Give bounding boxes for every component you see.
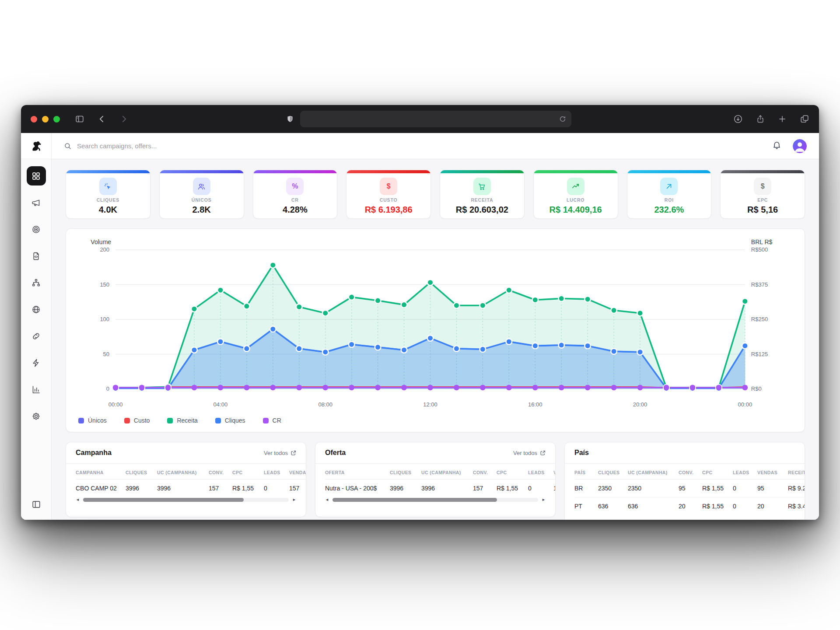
scroll-right-arrow[interactable]: ► <box>292 498 296 502</box>
kpi-card-custo[interactable]: $ CUSTO R$ 6.193,86 <box>346 170 431 219</box>
svg-text:R$125: R$125 <box>751 351 768 357</box>
table-row[interactable]: CBO CAMP 023996 3996157 R$ 1,550 157R <box>76 480 306 497</box>
ver-todos-link[interactable]: Ver todos <box>513 450 546 456</box>
kpi-value: R$ 6.193,86 <box>365 205 413 215</box>
traffic-chart-card: 200R$500150R$375100R$25050R$1250R$0Volum… <box>66 228 805 432</box>
bar-chart-icon <box>32 385 41 394</box>
pais-table: PAÍSCLIQUES UC (CAMPANHA)CONV. CPCLEADS … <box>574 465 805 515</box>
user-avatar[interactable] <box>793 139 807 153</box>
svg-text:0: 0 <box>106 386 109 392</box>
window-controls <box>31 116 60 122</box>
browser-titlebar <box>21 105 819 133</box>
sidebar-item-landers[interactable] <box>27 246 46 266</box>
horizontal-scrollbar[interactable]: ◄ ► <box>325 497 546 504</box>
sidebar-item-flows[interactable] <box>27 273 46 292</box>
downloads-icon[interactable] <box>733 114 743 124</box>
scroll-left-arrow[interactable]: ◄ <box>325 498 329 502</box>
oferta-table: OFERTACLIQUES UC (CAMPANHA)CONV. CPCLEAD… <box>325 465 555 497</box>
svg-text:00:00: 00:00 <box>108 401 123 408</box>
svg-text:R$250: R$250 <box>751 316 768 323</box>
chart-legend: Únicos Custo Receita Cliques <box>74 413 797 427</box>
kpi-value: 2.8K <box>192 205 211 215</box>
new-tab-icon[interactable] <box>778 115 787 123</box>
traffic-chart[interactable]: 200R$500150R$375100R$25050R$1250R$0Volum… <box>74 236 797 411</box>
sidebar-item-domains[interactable] <box>27 300 46 319</box>
kpi-card-unicos[interactable]: ÚNICOS 2.8K <box>159 170 244 219</box>
table-row[interactable]: Nutra - USA - 200$3996 3996157 R$ 1,550 … <box>325 480 555 497</box>
sidebar-item-settings[interactable] <box>27 406 46 426</box>
svg-text:Volume: Volume <box>91 238 111 245</box>
sidebar-item-automation[interactable] <box>27 353 46 372</box>
collapse-sidebar-icon[interactable] <box>32 492 41 520</box>
legend-item-cr[interactable]: CR <box>263 417 281 424</box>
campanha-table: CAMPANHACLIQUES UC (CAMPANHA)CONV. CPCLE… <box>76 465 306 497</box>
summary-tables: Campanha Ver todos CAMPANHACLIQUES <box>66 442 805 520</box>
table-row[interactable]: PT636 63620 R$ 1,550 20R$ 3.484,10 <box>574 497 805 515</box>
kpi-label: EPC <box>757 197 768 203</box>
scroll-left-arrow[interactable]: ◄ <box>76 498 80 502</box>
close-window-button[interactable] <box>31 116 37 122</box>
legend-item-cliques[interactable]: Cliques <box>215 417 245 424</box>
svg-text:50: 50 <box>103 351 109 357</box>
back-icon[interactable] <box>98 115 106 123</box>
sidebar-item-campaigns[interactable] <box>27 193 46 212</box>
zoom-window-button[interactable] <box>53 116 60 122</box>
globe-icon <box>32 305 41 314</box>
dog-logo-icon <box>30 140 42 152</box>
scroll-right-arrow[interactable]: ► <box>542 498 546 502</box>
forward-icon[interactable] <box>119 115 128 123</box>
sidebar-item-targets[interactable] <box>27 220 46 239</box>
kpi-card-receita[interactable]: RECEITA R$ 20.603,02 <box>440 170 525 219</box>
legend-item-unicos[interactable]: Únicos <box>78 417 107 424</box>
minimize-window-button[interactable] <box>42 116 49 122</box>
shield-icon[interactable] <box>286 115 294 123</box>
notifications-bell-icon[interactable] <box>772 140 781 151</box>
link-icon <box>32 332 41 341</box>
ver-todos-link[interactable]: Ver todos <box>264 450 296 456</box>
browser-window: Search campaigns, offers... <box>21 105 819 520</box>
search-input[interactable]: Search campaigns, offers... <box>64 142 772 150</box>
svg-text:R$375: R$375 <box>751 281 768 288</box>
kpi-value: R$ 14.409,16 <box>550 205 602 215</box>
kpi-value: 4.28% <box>283 205 308 215</box>
reload-icon[interactable] <box>559 116 566 122</box>
svg-text:BRL R$: BRL R$ <box>751 238 773 245</box>
legend-item-custo[interactable]: Custo <box>124 417 150 424</box>
sidebar-toggle-icon[interactable] <box>75 114 84 124</box>
kpi-card-epc[interactable]: $ EPC R$ 5,16 <box>720 170 805 219</box>
kpi-label: RECEITA <box>471 197 493 203</box>
url-bar[interactable] <box>300 111 571 127</box>
legend-swatch <box>78 418 84 424</box>
table-row[interactable]: BR2350 235095 R$ 1,550 95R$ 9.288,09 <box>574 480 805 497</box>
campanha-table-card: Campanha Ver todos CAMPANHACLIQUES <box>66 442 306 517</box>
share-icon[interactable] <box>756 114 765 124</box>
legend-swatch <box>124 418 130 424</box>
kpi-value: R$ 5,16 <box>747 205 778 215</box>
svg-text:20:00: 20:00 <box>633 401 648 408</box>
legend-item-receita[interactable]: Receita <box>167 417 197 424</box>
arrow-up-right-icon <box>660 178 678 195</box>
sidebar-item-links[interactable] <box>27 326 46 346</box>
svg-text:150: 150 <box>100 281 109 288</box>
kpi-card-cliques[interactable]: CLIQUES 4.0K <box>66 170 150 219</box>
svg-text:100: 100 <box>100 316 109 323</box>
kpi-card-roi[interactable]: ROI 232.6% <box>627 170 712 219</box>
horizontal-scrollbar[interactable]: ◄ ► <box>76 497 296 504</box>
kpi-label: CUSTO <box>380 197 398 203</box>
cursor-click-icon <box>99 178 117 195</box>
svg-text:12:00: 12:00 <box>423 401 438 408</box>
megaphone-icon <box>32 198 41 207</box>
table-title: País <box>574 449 589 457</box>
kpi-label: ÚNICOS <box>192 197 212 203</box>
kpi-card-cr[interactable]: % CR 4.28% <box>253 170 338 219</box>
app-logo[interactable] <box>21 133 51 159</box>
kpi-value: 232.6% <box>654 205 684 215</box>
search-placeholder: Search campaigns, offers... <box>77 142 157 150</box>
kpi-label: LUCRO <box>567 197 584 203</box>
kpi-value: R$ 20.603,02 <box>456 205 508 215</box>
svg-text:08:00: 08:00 <box>318 401 332 408</box>
sidebar-item-dashboard[interactable] <box>27 166 46 186</box>
tab-overview-icon[interactable] <box>800 114 809 124</box>
sidebar-item-reports[interactable] <box>27 380 46 399</box>
kpi-card-lucro[interactable]: LUCRO R$ 14.409,16 <box>533 170 618 219</box>
